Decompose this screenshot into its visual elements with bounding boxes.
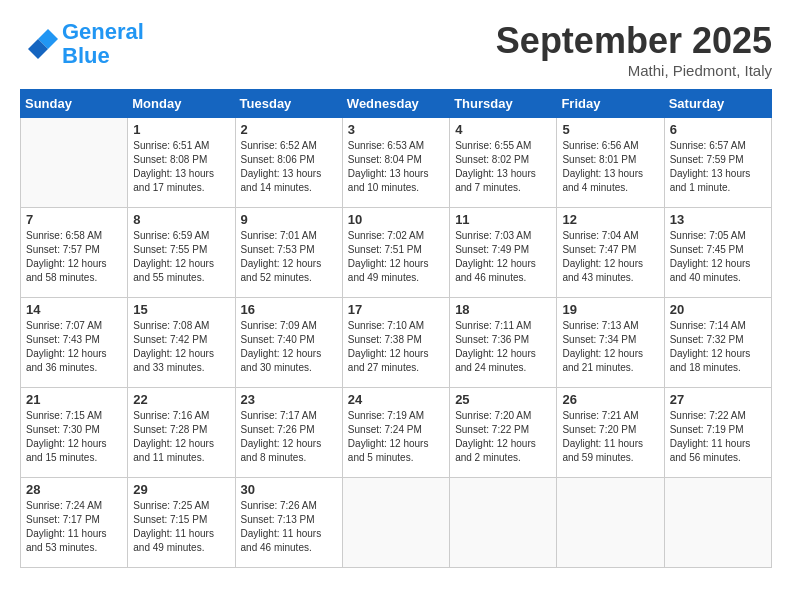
day-info: Sunrise: 7:08 AM Sunset: 7:42 PM Dayligh… [133,319,229,375]
page-header: General Blue September 2025 Mathi, Piedm… [20,20,772,79]
calendar-cell: 4Sunrise: 6:55 AM Sunset: 8:02 PM Daylig… [450,118,557,208]
calendar-cell: 15Sunrise: 7:08 AM Sunset: 7:42 PM Dayli… [128,298,235,388]
day-number: 22 [133,392,229,407]
day-number: 8 [133,212,229,227]
calendar-cell: 18Sunrise: 7:11 AM Sunset: 7:36 PM Dayli… [450,298,557,388]
calendar-cell: 29Sunrise: 7:25 AM Sunset: 7:15 PM Dayli… [128,478,235,568]
calendar-cell [450,478,557,568]
calendar-cell: 2Sunrise: 6:52 AM Sunset: 8:06 PM Daylig… [235,118,342,208]
calendar-cell: 19Sunrise: 7:13 AM Sunset: 7:34 PM Dayli… [557,298,664,388]
day-info: Sunrise: 7:04 AM Sunset: 7:47 PM Dayligh… [562,229,658,285]
calendar-cell: 24Sunrise: 7:19 AM Sunset: 7:24 PM Dayli… [342,388,449,478]
day-info: Sunrise: 6:53 AM Sunset: 8:04 PM Dayligh… [348,139,444,195]
day-number: 17 [348,302,444,317]
calendar-cell: 23Sunrise: 7:17 AM Sunset: 7:26 PM Dayli… [235,388,342,478]
calendar-cell: 22Sunrise: 7:16 AM Sunset: 7:28 PM Dayli… [128,388,235,478]
day-info: Sunrise: 7:26 AM Sunset: 7:13 PM Dayligh… [241,499,337,555]
day-number: 7 [26,212,122,227]
day-number: 20 [670,302,766,317]
calendar-cell: 10Sunrise: 7:02 AM Sunset: 7:51 PM Dayli… [342,208,449,298]
weekday-header-row: SundayMondayTuesdayWednesdayThursdayFrid… [21,90,772,118]
calendar-cell: 1Sunrise: 6:51 AM Sunset: 8:08 PM Daylig… [128,118,235,208]
day-info: Sunrise: 6:59 AM Sunset: 7:55 PM Dayligh… [133,229,229,285]
week-row-2: 7Sunrise: 6:58 AM Sunset: 7:57 PM Daylig… [21,208,772,298]
calendar-cell: 20Sunrise: 7:14 AM Sunset: 7:32 PM Dayli… [664,298,771,388]
calendar-cell: 25Sunrise: 7:20 AM Sunset: 7:22 PM Dayli… [450,388,557,478]
calendar-cell [557,478,664,568]
day-number: 16 [241,302,337,317]
day-number: 14 [26,302,122,317]
day-info: Sunrise: 6:55 AM Sunset: 8:02 PM Dayligh… [455,139,551,195]
day-info: Sunrise: 7:03 AM Sunset: 7:49 PM Dayligh… [455,229,551,285]
day-number: 23 [241,392,337,407]
day-info: Sunrise: 7:22 AM Sunset: 7:19 PM Dayligh… [670,409,766,465]
day-info: Sunrise: 6:57 AM Sunset: 7:59 PM Dayligh… [670,139,766,195]
weekday-header-thursday: Thursday [450,90,557,118]
day-number: 15 [133,302,229,317]
day-info: Sunrise: 7:15 AM Sunset: 7:30 PM Dayligh… [26,409,122,465]
weekday-header-friday: Friday [557,90,664,118]
day-info: Sunrise: 7:20 AM Sunset: 7:22 PM Dayligh… [455,409,551,465]
weekday-header-tuesday: Tuesday [235,90,342,118]
logo-general: General [62,19,144,44]
day-number: 13 [670,212,766,227]
week-row-3: 14Sunrise: 7:07 AM Sunset: 7:43 PM Dayli… [21,298,772,388]
calendar-cell: 9Sunrise: 7:01 AM Sunset: 7:53 PM Daylig… [235,208,342,298]
day-number: 25 [455,392,551,407]
day-info: Sunrise: 7:17 AM Sunset: 7:26 PM Dayligh… [241,409,337,465]
calendar-cell: 16Sunrise: 7:09 AM Sunset: 7:40 PM Dayli… [235,298,342,388]
calendar-cell: 5Sunrise: 6:56 AM Sunset: 8:01 PM Daylig… [557,118,664,208]
location: Mathi, Piedmont, Italy [496,62,772,79]
day-number: 30 [241,482,337,497]
day-number: 21 [26,392,122,407]
day-number: 18 [455,302,551,317]
weekday-header-saturday: Saturday [664,90,771,118]
calendar-cell: 6Sunrise: 6:57 AM Sunset: 7:59 PM Daylig… [664,118,771,208]
day-number: 28 [26,482,122,497]
logo: General Blue [20,20,144,68]
day-info: Sunrise: 6:58 AM Sunset: 7:57 PM Dayligh… [26,229,122,285]
day-number: 12 [562,212,658,227]
day-number: 2 [241,122,337,137]
day-info: Sunrise: 7:14 AM Sunset: 7:32 PM Dayligh… [670,319,766,375]
day-number: 6 [670,122,766,137]
title-block: September 2025 Mathi, Piedmont, Italy [496,20,772,79]
week-row-5: 28Sunrise: 7:24 AM Sunset: 7:17 PM Dayli… [21,478,772,568]
calendar-cell: 17Sunrise: 7:10 AM Sunset: 7:38 PM Dayli… [342,298,449,388]
day-info: Sunrise: 7:11 AM Sunset: 7:36 PM Dayligh… [455,319,551,375]
calendar-cell: 30Sunrise: 7:26 AM Sunset: 7:13 PM Dayli… [235,478,342,568]
day-number: 10 [348,212,444,227]
calendar-cell: 3Sunrise: 6:53 AM Sunset: 8:04 PM Daylig… [342,118,449,208]
day-number: 11 [455,212,551,227]
day-info: Sunrise: 7:16 AM Sunset: 7:28 PM Dayligh… [133,409,229,465]
day-info: Sunrise: 7:10 AM Sunset: 7:38 PM Dayligh… [348,319,444,375]
day-info: Sunrise: 7:05 AM Sunset: 7:45 PM Dayligh… [670,229,766,285]
day-number: 26 [562,392,658,407]
weekday-header-wednesday: Wednesday [342,90,449,118]
week-row-4: 21Sunrise: 7:15 AM Sunset: 7:30 PM Dayli… [21,388,772,478]
logo-text: General Blue [62,20,144,68]
day-number: 4 [455,122,551,137]
day-number: 9 [241,212,337,227]
week-row-1: 1Sunrise: 6:51 AM Sunset: 8:08 PM Daylig… [21,118,772,208]
day-info: Sunrise: 7:19 AM Sunset: 7:24 PM Dayligh… [348,409,444,465]
logo-blue: Blue [62,43,110,68]
calendar-cell: 12Sunrise: 7:04 AM Sunset: 7:47 PM Dayli… [557,208,664,298]
month-title: September 2025 [496,20,772,62]
calendar-cell: 11Sunrise: 7:03 AM Sunset: 7:49 PM Dayli… [450,208,557,298]
calendar-table: SundayMondayTuesdayWednesdayThursdayFrid… [20,89,772,568]
day-info: Sunrise: 7:02 AM Sunset: 7:51 PM Dayligh… [348,229,444,285]
calendar-cell: 26Sunrise: 7:21 AM Sunset: 7:20 PM Dayli… [557,388,664,478]
calendar-cell: 28Sunrise: 7:24 AM Sunset: 7:17 PM Dayli… [21,478,128,568]
logo-icon [20,24,60,64]
calendar-cell: 27Sunrise: 7:22 AM Sunset: 7:19 PM Dayli… [664,388,771,478]
weekday-header-sunday: Sunday [21,90,128,118]
day-info: Sunrise: 7:13 AM Sunset: 7:34 PM Dayligh… [562,319,658,375]
calendar-cell: 8Sunrise: 6:59 AM Sunset: 7:55 PM Daylig… [128,208,235,298]
day-info: Sunrise: 7:09 AM Sunset: 7:40 PM Dayligh… [241,319,337,375]
calendar-cell: 21Sunrise: 7:15 AM Sunset: 7:30 PM Dayli… [21,388,128,478]
day-info: Sunrise: 7:25 AM Sunset: 7:15 PM Dayligh… [133,499,229,555]
calendar-cell [342,478,449,568]
day-number: 1 [133,122,229,137]
calendar-cell: 13Sunrise: 7:05 AM Sunset: 7:45 PM Dayli… [664,208,771,298]
